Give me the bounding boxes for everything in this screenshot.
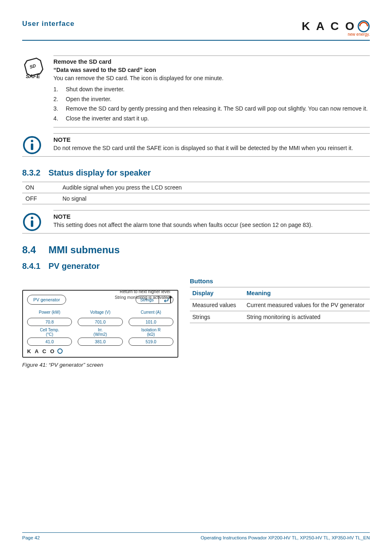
metric-value[interactable]: 381.0	[78, 338, 122, 346]
heading-84: 8.4MMI submenus	[22, 244, 370, 256]
pv-generator-row: Return to next higher level String monit…	[22, 278, 370, 368]
note-body: Do not remove the SD card until the SAFE…	[53, 144, 370, 152]
metric-label: Current (A)	[129, 308, 173, 317]
swirl-icon	[357, 20, 370, 32]
divider	[53, 210, 370, 210]
metric-cell: Irr. (W/m2) 381.0	[78, 328, 122, 346]
sd-steps: 1.Shut down the inverter. 2.Open the inv…	[53, 85, 370, 123]
svg-rect-5	[31, 143, 33, 150]
pv-screen-wrap: Return to next higher level String monit…	[22, 290, 178, 358]
metric-label: Irr. (W/m2)	[78, 328, 122, 337]
metric-value[interactable]: 701.0	[78, 318, 122, 326]
screen-footer: K A C O	[27, 348, 173, 354]
divider	[22, 233, 370, 234]
divider	[53, 127, 370, 127]
divider	[53, 133, 370, 134]
metric-value[interactable]: 101.0	[129, 318, 173, 326]
svg-text:SAFE: SAFE	[26, 73, 40, 79]
metric-cell: Current (A) 101.0	[129, 308, 173, 326]
metric-cell: Power (kW) 70.8	[27, 308, 72, 326]
note-block: NOTE This setting does not affect the al…	[22, 212, 370, 233]
cell-display: Strings	[190, 311, 244, 323]
svg-text:SD: SD	[29, 63, 37, 69]
table-row: Measured values Current measured values …	[190, 299, 370, 311]
cell-meaning: Current measured values for the PV gener…	[244, 299, 370, 311]
arrow-up-icon	[168, 296, 173, 303]
sd-title: Remove the SD card	[53, 58, 370, 65]
buttons-table: Display Meaning Measured values Current …	[190, 287, 370, 323]
svg-point-7	[31, 217, 33, 219]
screen-grid: Power (kW) 70.8 Voltage (V) 701.0 Curren…	[27, 308, 173, 346]
swirl-icon	[57, 348, 63, 354]
status-val: Audible signal when you press the LCD sc…	[59, 182, 370, 193]
svg-point-9	[58, 349, 62, 354]
metric-cell: Cell Temp. (°C) 41.0	[27, 328, 72, 346]
metric-cell: Voltage (V) 701.0	[78, 308, 122, 326]
step-item: 3.Remove the SD card by gently pressing …	[53, 104, 370, 114]
divider	[53, 56, 370, 56]
screen-footer-brand: K A C O	[27, 348, 55, 354]
page-number: Page 42	[22, 535, 40, 540]
note-body: This setting does not affect the alarm t…	[53, 221, 370, 229]
col-display: Display	[190, 287, 244, 299]
status-key: OFF	[22, 193, 59, 204]
status-val: No signal	[59, 193, 370, 204]
section-832: 8.3.2Status display for speaker ON Audib…	[22, 168, 370, 234]
metric-cell: Isolation R (kΩ) 519.0	[129, 328, 173, 346]
figure-caption: Figure 41: “PV generator” screen	[22, 362, 178, 368]
cell-display: Measured values	[190, 299, 244, 311]
heading-841: 8.4.1PV generator	[22, 261, 370, 271]
section-title: User interface	[22, 20, 74, 28]
info-icon	[22, 135, 42, 155]
cell-meaning: String monitoring is activated	[244, 311, 370, 323]
table-row: OFF No signal	[22, 193, 370, 204]
svg-rect-8	[31, 220, 33, 227]
step-item: 1.Shut down the inverter.	[53, 85, 370, 95]
svg-point-4	[31, 140, 33, 142]
sd-safe-icon: SD SAFE	[22, 58, 44, 79]
screen-title-pill[interactable]: PV generator	[27, 295, 66, 305]
device-screen: PV generator Strings Power (kW)	[22, 290, 178, 358]
table-row: ON Audible signal when you press the LCD…	[22, 182, 370, 193]
table-header-row: Display Meaning	[190, 287, 370, 299]
page-header: User interface K A C O new energy.	[22, 20, 370, 37]
metric-value[interactable]: 70.8	[27, 318, 72, 326]
metric-label: Voltage (V)	[78, 308, 122, 317]
metric-value[interactable]: 41.0	[27, 338, 72, 346]
note-block: NOTE Do not remove the SD card until the…	[22, 135, 370, 156]
page-footer: Page 42 Operating Instructions Powador X…	[22, 532, 370, 540]
step-item: 2.Open the inverter.	[53, 95, 370, 104]
label-string-monitoring: String monitoring is activated	[115, 295, 170, 300]
status-key: ON	[22, 182, 59, 193]
doc-title: Operating Instructions Powador XP200-HV …	[201, 535, 370, 540]
speaker-status-table: ON Audible signal when you press the LCD…	[22, 182, 370, 204]
brand-text: K A C O	[302, 20, 356, 33]
metric-value[interactable]: 519.0	[129, 338, 173, 346]
sd-para: You can remove the SD card. The icon is …	[53, 74, 370, 82]
buttons-heading: Buttons	[190, 278, 370, 284]
table-row: Strings String monitoring is activated	[190, 311, 370, 323]
heading-832: 8.3.2Status display for speaker	[22, 168, 370, 178]
divider	[22, 156, 370, 157]
step-item: 4.Close the inverter and start it up.	[53, 114, 370, 124]
metric-label: Isolation R (kΩ)	[129, 328, 173, 337]
col-meaning: Meaning	[244, 287, 370, 299]
note-title: NOTE	[53, 136, 370, 143]
sd-subtitle: “Data was saved to the SD card” icon	[53, 67, 370, 73]
brand-logo: K A C O new energy.	[302, 20, 370, 37]
info-icon	[22, 212, 42, 232]
header-rule	[22, 40, 370, 41]
note-title: NOTE	[53, 213, 370, 220]
label-return: Return to next higher level	[120, 289, 170, 294]
metric-label: Cell Temp. (°C)	[27, 328, 72, 337]
metric-label: Power (kW)	[27, 308, 72, 317]
sd-remove-block: SD SAFE Remove the SD card “Data was sav…	[22, 58, 370, 125]
brand-tagline: new energy.	[348, 32, 370, 37]
